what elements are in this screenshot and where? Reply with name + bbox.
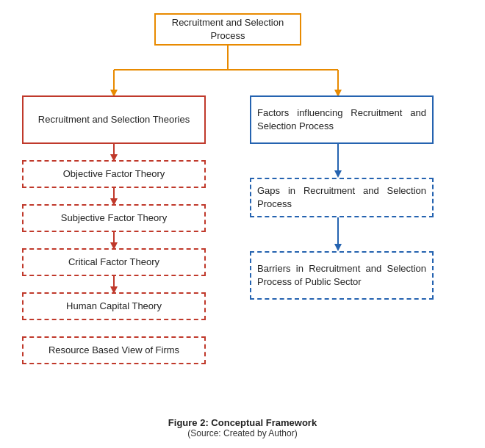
diagram: Recruitment and Selection Process Recrui… — [0, 0, 485, 411]
right-child-2: Barriers in Recruitment and Selection Pr… — [250, 251, 434, 300]
left-child-4: Human Capital Theory — [22, 292, 206, 320]
top-box: Recruitment and Selection Process — [154, 13, 301, 46]
svg-marker-15 — [334, 170, 342, 178]
caption-source: (Source: Created by Author) — [0, 428, 485, 438]
left-child-3: Critical Factor Theory — [22, 248, 206, 276]
svg-marker-17 — [334, 244, 342, 251]
caption: Figure 2: Conceptual Framework (Source: … — [0, 417, 485, 438]
right-child-1: Gaps in Recruitment and Selection Proces… — [250, 178, 434, 217]
left-branch-box: Recruitment and Selection Theories — [22, 95, 206, 144]
right-branch-box: Factors influencing Recruitment and Sele… — [250, 95, 434, 144]
left-child-5: Resource Based View of Firms — [22, 336, 206, 364]
left-child-2: Subjective Factor Theory — [22, 204, 206, 232]
caption-title: Figure 2: Conceptual Framework — [0, 417, 485, 428]
left-child-1: Objective Factor Theory — [22, 160, 206, 188]
